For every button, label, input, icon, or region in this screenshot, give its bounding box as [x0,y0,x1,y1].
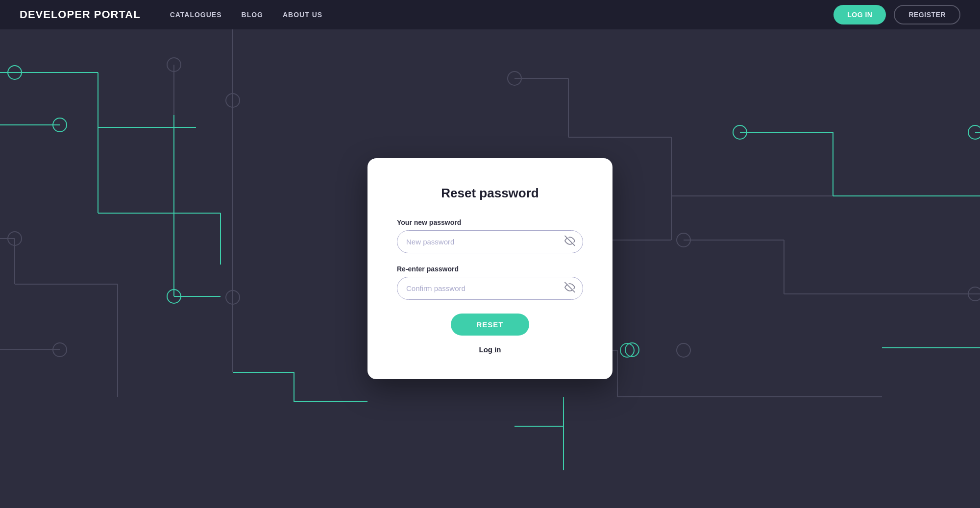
modal-title: Reset password [397,186,583,201]
nav-links: CATALOGUES BLOG ABOUT US [170,11,834,19]
confirm-password-input[interactable] [397,277,583,300]
new-password-label: Your new password [397,218,583,226]
confirm-password-group: Re-enter password [397,265,583,300]
new-password-wrapper [397,230,583,253]
nav-logo: DEVELOPER PORTAL [20,8,141,21]
new-password-input[interactable] [397,230,583,253]
toggle-confirm-password-icon[interactable] [564,282,575,295]
nav-link-catalogues[interactable]: CATALOGUES [170,11,222,19]
reset-button[interactable]: RESET [451,314,529,336]
navbar: DEVELOPER PORTAL CATALOGUES BLOG ABOUT U… [0,0,980,29]
modal-overlay: Reset password Your new password Re-ente… [0,29,980,508]
confirm-password-label: Re-enter password [397,265,583,273]
login-link[interactable]: Log in [397,345,583,354]
toggle-new-password-icon[interactable] [564,235,575,248]
new-password-group: Your new password [397,218,583,253]
nav-actions: LOG IN REGISTER [833,5,960,24]
nav-link-blog[interactable]: BLOG [242,11,263,19]
confirm-password-wrapper [397,277,583,300]
login-button[interactable]: LOG IN [833,5,886,24]
register-button[interactable]: REGISTER [894,5,960,24]
reset-password-modal: Reset password Your new password Re-ente… [368,158,612,379]
nav-link-about[interactable]: ABOUT US [283,11,322,19]
